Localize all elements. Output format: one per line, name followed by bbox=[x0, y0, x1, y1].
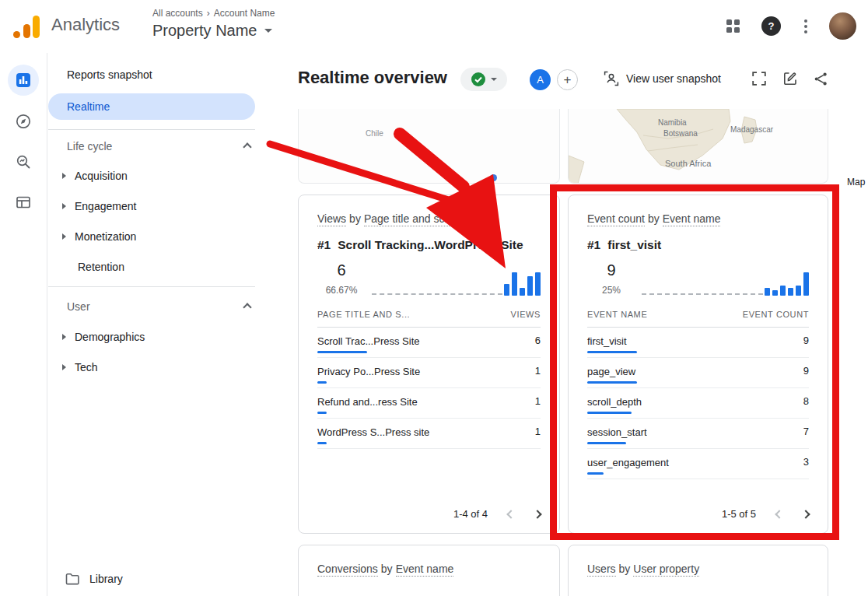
rail-advertising-icon[interactable] bbox=[8, 146, 39, 177]
breadcrumb-all-accounts[interactable]: All accounts bbox=[152, 8, 203, 19]
more-options-icon[interactable] bbox=[800, 17, 811, 36]
nav-item-library[interactable]: Library bbox=[65, 573, 123, 585]
breadcrumb[interactable]: All accounts › Account Name bbox=[152, 8, 275, 19]
row-dimension: page_view bbox=[587, 366, 635, 377]
nav-item-realtime-selected[interactable]: Realtime bbox=[48, 93, 255, 120]
card-title: UsersbyUser property bbox=[587, 563, 809, 575]
expand-triangle-icon bbox=[62, 203, 66, 209]
share-icon bbox=[814, 72, 828, 86]
fullscreen-button[interactable] bbox=[752, 72, 766, 89]
row-value-bar bbox=[587, 442, 626, 444]
next-page-icon[interactable] bbox=[533, 510, 541, 518]
table-icon bbox=[15, 194, 32, 211]
expand-triangle-icon bbox=[62, 233, 66, 240]
row-dimension: first_visit bbox=[587, 335, 627, 347]
table-header: EVENT NAME EVENT COUNT bbox=[587, 310, 809, 328]
logo-dot bbox=[13, 31, 20, 38]
top-entity-name: Scroll Tracking...WordPress Site bbox=[338, 238, 523, 252]
comparison-chip[interactable]: A bbox=[530, 69, 551, 90]
prev-page-icon[interactable] bbox=[775, 510, 783, 518]
dimension-term[interactable]: Event name bbox=[396, 563, 454, 577]
nav-item-tech[interactable]: Tech bbox=[62, 361, 98, 373]
row-dimension: Privacy Po...Press Site bbox=[317, 366, 420, 377]
table-row: Refund and...ress Site 1 bbox=[317, 388, 541, 419]
row-metric: 1 bbox=[535, 395, 541, 407]
rail-explore-icon[interactable] bbox=[8, 106, 39, 137]
row-value-bar bbox=[317, 381, 327, 384]
nav-item-retention[interactable]: Retention bbox=[78, 261, 124, 273]
nav-item-acquisition[interactable]: Acquisition bbox=[62, 170, 128, 182]
nav-item-label: Acquisition bbox=[75, 170, 128, 182]
nav-item-engagement[interactable]: Engagement bbox=[62, 200, 136, 212]
nav-section-life-cycle[interactable]: Life cycle bbox=[67, 140, 112, 153]
grid-square bbox=[734, 19, 740, 25]
next-page-icon[interactable] bbox=[801, 510, 810, 518]
edit-pencil-icon bbox=[782, 71, 798, 86]
map-region-label: Botswana bbox=[663, 129, 698, 138]
nav-item-label: Engagement bbox=[75, 200, 136, 212]
nav-section-user[interactable]: User bbox=[67, 300, 90, 313]
row-value-bar bbox=[587, 412, 632, 414]
row-value-bar bbox=[587, 351, 637, 353]
compass-icon bbox=[15, 113, 32, 130]
table-header: PAGE TITLE AND S... VIEWS bbox=[317, 310, 541, 328]
property-selector[interactable]: Property Name bbox=[152, 22, 272, 40]
dimension-term[interactable]: User property bbox=[633, 563, 699, 577]
realtime-map-right[interactable]: Namibia Botswana Madagascar South Africa bbox=[568, 109, 828, 184]
nav-item-monetization[interactable]: Monetization bbox=[62, 230, 136, 243]
sparkline-baseline bbox=[642, 293, 763, 295]
metric-row: 9 25% bbox=[587, 261, 809, 296]
analytics-logo-icon[interactable] bbox=[13, 15, 43, 38]
customize-report-button[interactable] bbox=[782, 71, 798, 89]
collapse-chevron-icon[interactable] bbox=[243, 303, 251, 311]
realtime-status-dropdown[interactable] bbox=[460, 68, 507, 91]
apps-grid-icon[interactable] bbox=[726, 19, 740, 33]
table-row: scroll_depth 8 bbox=[587, 388, 809, 419]
realtime-map-left[interactable]: Chile bbox=[298, 109, 560, 184]
row-metric: 1 bbox=[535, 426, 541, 437]
row-dimension: Scroll Trac...Press Site bbox=[317, 335, 419, 347]
report-nav: Reports snapshot Realtime Life cycle Acq… bbox=[47, 53, 281, 596]
metric-term[interactable]: Views bbox=[317, 212, 346, 226]
add-comparison-button[interactable]: + bbox=[557, 69, 578, 90]
pagination: 1-5 of 5 bbox=[722, 508, 809, 520]
collapse-chevron-icon[interactable] bbox=[243, 142, 251, 151]
map-type-label[interactable]: Map bbox=[847, 177, 865, 188]
app-title: Analytics bbox=[51, 15, 120, 35]
metric-term[interactable]: Users bbox=[587, 563, 616, 577]
nav-item-demographics[interactable]: Demographics bbox=[62, 331, 145, 343]
map-region-label: Namibia bbox=[658, 118, 687, 127]
row-dimension: user_engagement bbox=[587, 457, 669, 468]
page-title: Realtime overview bbox=[298, 68, 447, 88]
help-icon[interactable]: ? bbox=[761, 16, 781, 36]
title-connector: by bbox=[619, 563, 631, 575]
card-title: ViewsbyPage title and screen name bbox=[317, 212, 541, 225]
breadcrumb-account-name[interactable]: Account Name bbox=[214, 8, 275, 19]
metric-term[interactable]: Event count bbox=[587, 212, 645, 226]
dimension-term[interactable]: Event name bbox=[663, 212, 721, 226]
view-user-snapshot-button[interactable]: View user snapshot bbox=[604, 71, 721, 86]
nav-item-reports-snapshot[interactable]: Reports snapshot bbox=[67, 68, 152, 81]
dot bbox=[804, 30, 807, 33]
share-button[interactable] bbox=[814, 72, 828, 89]
prev-page-icon[interactable] bbox=[506, 510, 515, 518]
row-dimension: scroll_depth bbox=[587, 396, 642, 408]
title-connector: by bbox=[349, 212, 361, 225]
rail-reports-icon[interactable] bbox=[8, 65, 39, 96]
divider bbox=[48, 129, 255, 130]
nav-item-label: Retention bbox=[78, 261, 124, 273]
top-bar: Analytics All accounts › Account Name Pr… bbox=[0, 0, 868, 53]
expand-triangle-icon bbox=[62, 364, 66, 370]
rail-configure-icon[interactable] bbox=[8, 187, 39, 218]
user-avatar[interactable] bbox=[829, 12, 856, 40]
top-entity-name: first_visit bbox=[607, 238, 661, 252]
property-name[interactable]: Property Name bbox=[152, 22, 257, 40]
metric-value: 6 bbox=[317, 261, 366, 279]
metric-term[interactable]: Conversions bbox=[317, 563, 378, 577]
grid-square bbox=[726, 27, 732, 33]
row-metric: 7 bbox=[803, 426, 809, 437]
table-row: Privacy Po...Press Site 1 bbox=[317, 358, 541, 388]
column-dimension: PAGE TITLE AND S... bbox=[317, 310, 410, 319]
dimension-term[interactable]: Page title and screen name bbox=[364, 212, 496, 226]
user-snapshot-icon bbox=[604, 71, 619, 86]
